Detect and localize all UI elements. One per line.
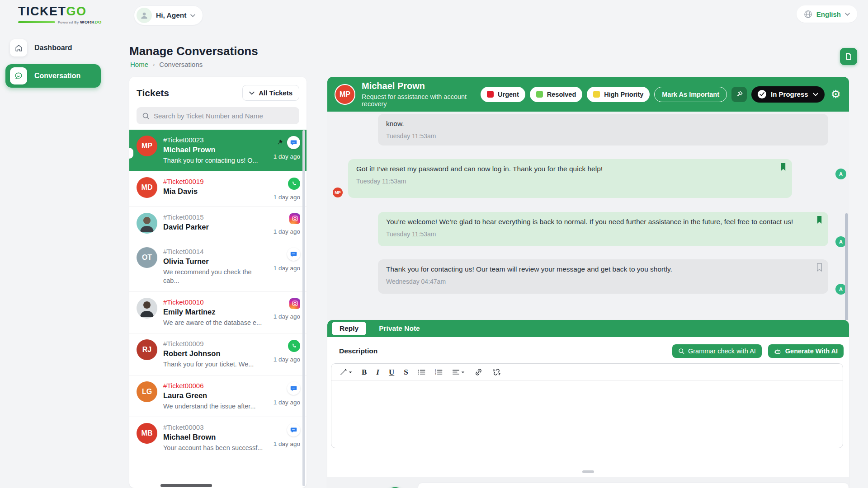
- ticket-time: 1 day ago: [274, 441, 300, 447]
- message-text: Got it! I’ve reset my password and can n…: [356, 164, 784, 174]
- tab-reply[interactable]: Reply: [332, 322, 366, 335]
- logo-text-dark: TICKET: [18, 5, 66, 19]
- chat-channel-icon: [287, 423, 300, 436]
- status-label: In Progress: [771, 90, 808, 98]
- ticket-time: 1 day ago: [274, 399, 300, 406]
- message-text: know.: [386, 119, 820, 129]
- reply-text-input[interactable]: [331, 381, 843, 448]
- ticket-preview: We understand the issue after...: [163, 402, 268, 411]
- italic-button[interactable]: I: [376, 368, 379, 377]
- breadcrumb-separator: ›: [153, 61, 155, 68]
- breadcrumb-home-link[interactable]: Home: [130, 61, 148, 68]
- avatar-photo: [137, 298, 157, 319]
- ticket-row[interactable]: #Ticket00010 Emily Martinez We are aware…: [129, 291, 307, 333]
- pin-conversation-button[interactable]: [731, 87, 747, 102]
- user-avatar-icon: [137, 8, 152, 23]
- ticket-row[interactable]: MB #Ticket00003 Michael Brown Your accou…: [129, 417, 307, 459]
- label-urgent[interactable]: Urgent: [481, 87, 525, 102]
- ticket-time: 1 day ago: [274, 356, 300, 363]
- ticket-number: #Ticket00023: [163, 136, 268, 144]
- magic-style-dropdown[interactable]: [340, 368, 352, 376]
- message-bubble-agent: know. Tuesday 11:53am: [378, 114, 828, 145]
- app-logo[interactable]: TICKETGO Powered By WORKDO: [18, 5, 102, 24]
- ticket-search: [137, 107, 299, 124]
- tab-private-note[interactable]: Private Note: [379, 324, 420, 333]
- underline-button[interactable]: U: [389, 368, 394, 377]
- chevron-down-icon: [813, 93, 818, 96]
- contact-name: Michael Prown: [362, 81, 474, 91]
- bookmark-icon-outline[interactable]: [816, 263, 823, 272]
- unlink-button[interactable]: [492, 368, 501, 376]
- label-text: Resolved: [547, 91, 576, 98]
- breadcrumb: Home › Conversations: [130, 61, 203, 68]
- ticket-row[interactable]: MD #Ticket00019 Mia Davis 1 day ago: [129, 171, 307, 206]
- agent-avatar: A: [835, 169, 846, 179]
- avatar: MD: [137, 177, 157, 198]
- search-input[interactable]: [154, 112, 294, 120]
- document-icon: [844, 52, 853, 61]
- ordered-list-button[interactable]: 123: [435, 369, 443, 375]
- ticket-row[interactable]: #Ticket00015 David Parker 1 day ago: [129, 206, 307, 241]
- strikethrough-button[interactable]: S: [404, 368, 408, 377]
- user-menu[interactable]: Hi, Agent: [134, 5, 203, 25]
- export-document-button[interactable]: [840, 48, 857, 65]
- sidebar-item-conversation[interactable]: Conversation: [5, 64, 101, 88]
- message-thread[interactable]: know. Tuesday 11:53am A Got it! I’ve res…: [327, 112, 849, 320]
- ticket-preview: Thank you for your ticket. We...: [163, 360, 268, 369]
- bookmark-icon-filled[interactable]: [780, 163, 787, 171]
- generate-ai-button[interactable]: Generate With AI: [768, 344, 844, 358]
- resolved-color-swatch: [536, 91, 543, 98]
- label-resolved[interactable]: Resolved: [530, 87, 582, 102]
- high-priority-color-swatch: [593, 91, 600, 98]
- editor-resize-handle[interactable]: [582, 470, 594, 473]
- grammar-check-button[interactable]: Grammar check with AI: [672, 344, 762, 358]
- ticket-preview: We are aware of the database e...: [163, 319, 268, 328]
- bold-button[interactable]: B: [362, 368, 367, 377]
- ticket-filter-dropdown[interactable]: All Tickets: [242, 85, 299, 101]
- message-time: Wednesday 04:47am: [386, 278, 820, 285]
- logo-underline: [18, 21, 55, 23]
- sidebar-item-label: Conversation: [34, 72, 80, 80]
- gear-icon[interactable]: ⚙: [831, 88, 841, 101]
- ticket-preview: We recommend you check the cab...: [163, 268, 268, 286]
- reply-tabbar: Reply Private Note: [327, 320, 849, 337]
- ticket-time: 1 day ago: [274, 194, 300, 201]
- ticket-preview: Your account has been successf...: [163, 444, 268, 453]
- bullet-list-button[interactable]: [418, 369, 425, 375]
- ticket-row[interactable]: RJ #Ticket00009 Robert Johnson Thank you…: [129, 333, 307, 375]
- ticket-number: #Ticket00006: [163, 382, 268, 389]
- ticket-row-selected[interactable]: MP #Ticket00023 Michael Prown Thank you …: [129, 130, 307, 171]
- status-dropdown[interactable]: In Progress: [751, 86, 825, 103]
- generate-ai-label: Generate With AI: [785, 347, 838, 355]
- attachment-dropzone[interactable]: [418, 483, 849, 488]
- avatar: LG: [137, 381, 157, 402]
- avatar: MP: [137, 136, 157, 156]
- customer-avatar: MP: [333, 188, 343, 197]
- selected-indicator: [129, 148, 133, 159]
- ticket-row[interactable]: OT #Ticket00014 Olivia Turner We recomme…: [129, 241, 307, 291]
- sidebar-item-dashboard[interactable]: Dashboard: [5, 36, 101, 60]
- label-text: Urgent: [498, 91, 519, 98]
- sidebar: Dashboard Conversation: [0, 32, 106, 488]
- chat-channel-icon: [287, 382, 300, 395]
- bookmark-icon-filled[interactable]: [816, 216, 823, 224]
- message-bubble-agent: Thank you for contacting us! Our team wi…: [378, 259, 828, 294]
- avatar: RJ: [137, 339, 157, 360]
- paragraph-align-dropdown[interactable]: [452, 369, 465, 375]
- powered-by: Powered By WORKDO: [58, 19, 102, 24]
- ticket-row[interactable]: LG #Ticket00006 Laura Green We understan…: [129, 375, 307, 417]
- mark-as-important-button[interactable]: Mark As Important: [654, 87, 727, 102]
- ticket-number: #Ticket00009: [163, 340, 268, 347]
- ticket-name: Robert Johnson: [163, 349, 268, 358]
- link-button[interactable]: [474, 368, 483, 376]
- ticket-time: 1 day ago: [274, 265, 300, 272]
- label-high-priority[interactable]: High Priority: [587, 87, 650, 102]
- message-scrollbar[interactable]: [845, 213, 848, 320]
- language-selector[interactable]: English: [797, 5, 857, 23]
- chevron-down-icon: [190, 14, 195, 17]
- avatar: OT: [137, 247, 157, 268]
- logo-text-green: GO: [66, 5, 87, 19]
- horizontal-scrollbar[interactable]: [160, 484, 212, 487]
- chat-channel-icon: [287, 136, 300, 149]
- ticket-list-scrollbar[interactable]: [302, 130, 305, 486]
